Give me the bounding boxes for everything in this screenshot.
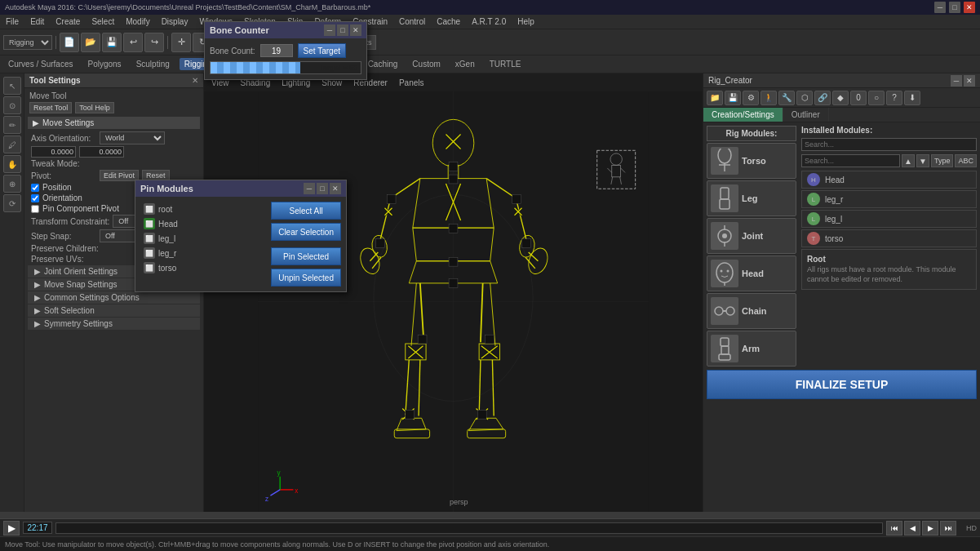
pin-modules-min[interactable]: ─ (304, 183, 315, 194)
new-file-icon[interactable]: 📄 (60, 33, 79, 52)
bone-counter-restore[interactable]: □ (337, 24, 348, 36)
axis-dropdown[interactable]: World (100, 131, 165, 144)
menu-item-modify[interactable]: Modify (123, 16, 152, 27)
move-icon[interactable]: ⊕ (3, 175, 21, 193)
pin-modules-header[interactable]: Pin Modules ─ □ ✕ (135, 180, 346, 197)
edit-pivot-button[interactable]: Edit Pivot (100, 170, 139, 181)
shelf-tab-polygons[interactable]: Polygons (82, 58, 126, 70)
bone-counter-min[interactable]: ─ (324, 24, 335, 36)
shelf-tab-custom[interactable]: Custom (407, 58, 445, 70)
pin-item-torso[interactable]: ⬜torso (140, 260, 266, 275)
open-file-icon[interactable]: 📂 (81, 33, 100, 52)
shelf-tab-sculpting[interactable]: Sculpting (131, 58, 175, 70)
viewport[interactable]: ViewShadingLightingShowRendererPanels (204, 73, 703, 512)
rp-gear-icon[interactable]: ⚙ (743, 91, 759, 105)
set-target-button[interactable]: Set Target (298, 43, 346, 58)
menu-item-control[interactable]: Control (397, 16, 428, 27)
rp-dl-icon[interactable]: ⬇ (904, 91, 920, 105)
module-head[interactable]: Head (707, 256, 796, 291)
position-checkbox[interactable] (31, 184, 39, 192)
unpin-selected-button[interactable]: Unpin Selected (271, 269, 341, 287)
select-all-button[interactable]: Select All (271, 202, 341, 220)
shelf-tab-xgen[interactable]: xGen (450, 58, 480, 70)
play-button[interactable]: ▶ (3, 521, 20, 535)
menu-item-cache[interactable]: Cache (434, 16, 463, 27)
right-search-input[interactable] (801, 154, 900, 167)
module-leg[interactable]: Leg (707, 180, 796, 216)
right-panel-min[interactable]: ─ (951, 75, 962, 87)
module-joint[interactable]: Joint (707, 218, 796, 254)
pin-pivot-checkbox[interactable] (31, 205, 39, 213)
finalize-setup-button[interactable]: FINALIZE SETUP (707, 370, 977, 399)
right-panel-close[interactable]: ✕ (964, 75, 975, 87)
pin-item-leg_r[interactable]: ⬜leg_r (140, 246, 266, 260)
redo-icon[interactable]: ↪ (144, 33, 164, 52)
orientation-checkbox[interactable] (31, 194, 39, 202)
rp-help-icon[interactable]: ? (886, 91, 902, 105)
rp-num-icon[interactable]: 0 (850, 91, 867, 105)
y-value-field[interactable] (79, 146, 124, 158)
pin-modules-restore[interactable]: □ (317, 183, 328, 194)
shelf-tab-curves--surfaces[interactable]: Curves / Surfaces (3, 58, 78, 70)
rotate-icon[interactable]: ⟳ (3, 194, 21, 212)
undo-icon[interactable]: ↩ (123, 33, 143, 52)
menu-item-edit[interactable]: Edit (28, 16, 47, 27)
move-settings-header[interactable]: ▶ Move Settings (28, 117, 200, 129)
pin-item-leg_l[interactable]: ⬜leg_l (140, 231, 266, 246)
close-button[interactable]: ✕ (964, 2, 975, 13)
tab-outliner[interactable]: Outliner (783, 108, 829, 122)
module-arm[interactable]: Arm (707, 331, 796, 367)
menu-item-select[interactable]: Select (89, 16, 117, 27)
vp-menu-panels[interactable]: Panels (397, 78, 427, 88)
module-torso[interactable]: Torso (707, 143, 796, 179)
tool-help-button[interactable]: Tool Help (75, 102, 114, 113)
search-down-arrow[interactable]: ▼ (916, 154, 929, 167)
pin-item-root[interactable]: ⬜root (140, 202, 266, 216)
installed-torso[interactable]: T torso (801, 229, 977, 247)
shelf-tab-turtle[interactable]: TURTLE (485, 58, 526, 70)
maximize-button[interactable]: □ (949, 2, 960, 13)
rp-man-icon[interactable]: 🚶 (760, 91, 777, 105)
save-file-icon[interactable]: 💾 (102, 33, 122, 52)
common-settings-section[interactable]: ▶ Common Settings Options (28, 291, 200, 304)
symmetry-section[interactable]: ▶ Symmetry Settings (28, 318, 200, 330)
reset-tool-button[interactable]: Reset Tool (29, 102, 72, 113)
x-value-field[interactable] (31, 146, 76, 158)
select-tool-icon[interactable]: ↖ (3, 77, 21, 95)
search-up-arrow[interactable]: ▲ (902, 154, 915, 167)
module-chain[interactable]: Chain (707, 293, 796, 329)
rp-save-icon[interactable]: 💾 (725, 91, 741, 105)
sculpt-icon[interactable]: 🖊 (3, 136, 21, 153)
skip-end-button[interactable]: ⏭ (940, 521, 956, 535)
move-tool-icon[interactable]: ✛ (171, 33, 191, 52)
installed-leg-l[interactable]: L leg_l (801, 210, 977, 228)
menu-item-display[interactable]: Display (159, 16, 191, 27)
tool-settings-close[interactable]: ✕ (192, 76, 198, 85)
installed-leg-r[interactable]: L leg_r (801, 190, 977, 208)
grab-icon[interactable]: ✋ (3, 155, 21, 173)
minimize-button[interactable]: ─ (934, 2, 946, 13)
next-frame-button[interactable]: ▶ (922, 521, 938, 535)
rp-tools-icon[interactable]: 🔧 (778, 91, 795, 105)
paint-icon[interactable]: ✏ (3, 116, 21, 134)
bone-counter-header[interactable]: Bone Counter ─ □ ✕ (205, 22, 366, 38)
soft-selection-section[interactable]: ▶ Soft Selection (28, 304, 200, 317)
menu-item-a.r.t 2.0[interactable]: A.R.T 2.0 (469, 16, 508, 27)
type-button[interactable]: Type (931, 154, 954, 167)
tab-creation-settings[interactable]: Creation/Settings (703, 108, 783, 122)
rp-mesh-icon[interactable]: ⬡ (796, 91, 813, 105)
rp-diamond-icon[interactable]: ◆ (832, 91, 849, 105)
menu-item-file[interactable]: File (3, 16, 21, 27)
pin-selected-button[interactable]: Pin Selected (271, 247, 341, 265)
rp-chain-icon[interactable]: 🔗 (814, 91, 831, 105)
clear-selection-button[interactable]: Clear Selection (271, 223, 341, 241)
rp-circle-icon[interactable]: ○ (868, 91, 885, 105)
abc-button[interactable]: ABC (955, 154, 977, 167)
lasso-icon[interactable]: ⊙ (3, 96, 21, 114)
menu-item-create[interactable]: Create (53, 16, 82, 27)
workspace-dropdown[interactable]: Rigging (3, 35, 52, 50)
menu-item-help[interactable]: Help (515, 16, 537, 27)
pin-modules-close[interactable]: ✕ (330, 183, 341, 194)
skip-start-button[interactable]: ⏮ (886, 521, 902, 535)
timeline-track[interactable] (55, 522, 883, 534)
